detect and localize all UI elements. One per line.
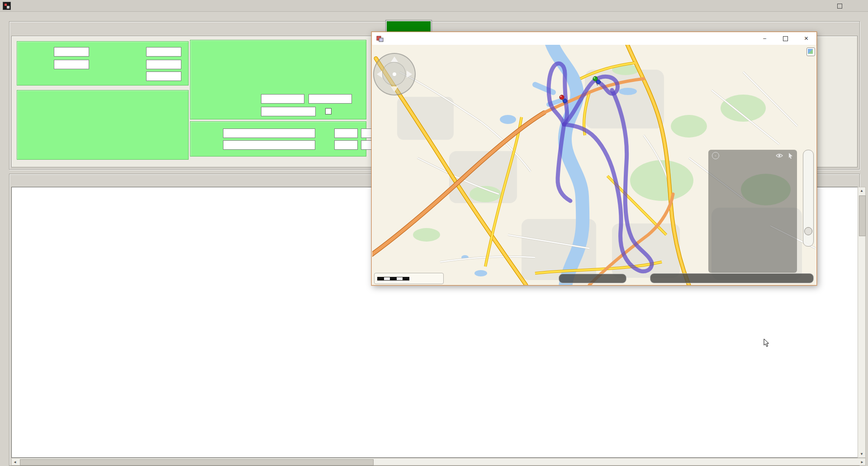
waypoint-pin-blue-start [563,99,567,103]
app-maximize-button[interactable] [830,0,849,11]
map-window-icon [376,35,384,42]
is-desttime-field[interactable] [54,60,89,69]
start-time-field[interactable] [54,47,89,57]
pan-center-dot[interactable] [393,72,396,76]
routingoptions-dynamic-group [17,41,189,86]
map-close-button[interactable]: ✕ [796,32,816,45]
app-close-button[interactable] [850,0,868,11]
map-coordinates [559,274,626,283]
dynamic-profile-field[interactable] [146,60,181,69]
service-group [190,121,366,157]
app-titlebar [0,0,868,12]
waypoint-pin-red [560,95,564,100]
pan-left-arrow[interactable] [377,71,382,78]
map-minimize-button[interactable]: – [754,32,775,45]
xroute-token-field[interactable] [334,128,358,138]
pan-right-arrow[interactable] [407,71,412,78]
map-zoom-slider[interactable] [803,150,814,247]
scroll-down-arrow[interactable]: ▼ [858,452,865,456]
horizontal-scroll-thumb[interactable] [20,459,374,466]
app-icon [3,2,11,10]
waypoint-pin-blue-dest [597,80,601,84]
visibility-eye-icon[interactable] [775,153,783,158]
app-minimize-button[interactable] [811,0,829,11]
mapformnet-window[interactable]: – ✕ [371,32,817,285]
malus-abs-field[interactable] [261,94,304,104]
compass-pan-control[interactable] [373,53,416,95]
pan-up-arrow[interactable] [391,57,398,62]
zoom-slider-thumb[interactable] [804,227,812,235]
map-maximize-button[interactable] [775,32,796,45]
exceptionpath-group [190,40,366,119]
layers-panel[interactable]: ◦ [708,150,797,273]
mouse-cursor [764,338,770,347]
malus-rel-field[interactable] [308,94,352,104]
overview-map-button[interactable] [806,48,815,56]
dynamic-time-on-staticroute-field[interactable] [146,71,181,81]
grid-vertical-scrollbar[interactable]: ▲ ▼ [858,187,866,458]
url-xmap-field[interactable] [223,140,315,150]
map-attribution [650,273,814,283]
scroll-up-arrow[interactable]: ▲ [858,189,865,193]
scroll-left-arrow[interactable]: ◄ [13,460,17,464]
geodatasource-layer-field[interactable] [261,107,316,116]
grid-horizontal-scrollbar[interactable]: ◄ ► [11,458,866,466]
routingoptions-roadeditor-group [17,90,189,160]
scroll-right-arrow[interactable]: ► [860,460,864,464]
vertical-scroll-thumb[interactable] [859,195,866,236]
map-scale-bar [374,273,444,284]
layers-panel-icon: ◦ [712,152,719,159]
display-checkbox[interactable] [325,108,332,114]
select-cursor-icon[interactable] [788,152,793,159]
url-xroute-field[interactable] [223,128,315,138]
xmap-token-field[interactable] [334,140,358,150]
map-viewport[interactable]: ◦ [372,45,816,285]
pan-down-arrow[interactable] [391,86,398,92]
map-window-titlebar[interactable]: – ✕ [372,32,816,45]
enable-dynamic-field[interactable] [146,47,181,57]
